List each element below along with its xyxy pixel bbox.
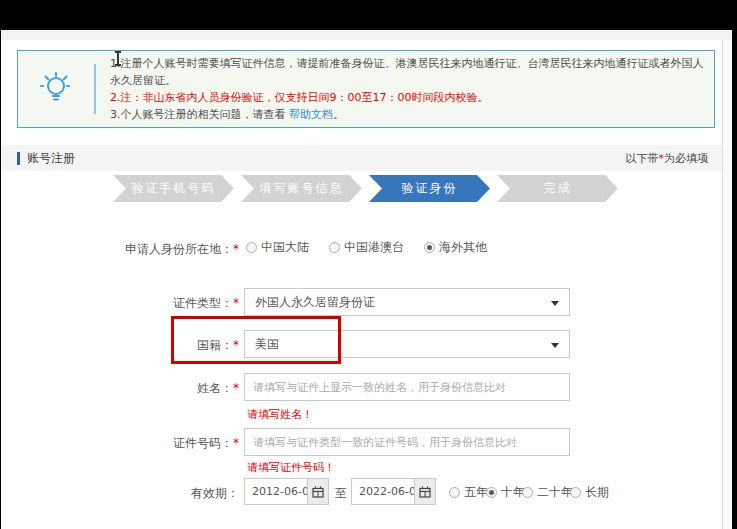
- page-title: 账号注册: [27, 150, 75, 167]
- name-required-star: *: [233, 381, 239, 395]
- radio-label: 五年: [464, 484, 488, 501]
- required-note-suffix: 为必填项: [664, 152, 708, 165]
- calendar-button[interactable]: [414, 479, 435, 504]
- notice-line-3-text: 3.个人账号注册的相关问题，请查看: [110, 108, 289, 121]
- required-note-prefix: 以下带: [626, 152, 659, 165]
- validity-end-input[interactable]: [352, 479, 414, 504]
- name-label-text: 姓名：: [197, 381, 233, 395]
- section-header: 账号注册 以下带*为必填项: [1, 145, 722, 171]
- step-verify-identity: 验证身份: [369, 175, 490, 202]
- validity-end-datebox: [351, 478, 436, 505]
- cert-no-label-text: 证件号码：: [173, 436, 233, 450]
- name-input[interactable]: [244, 373, 570, 401]
- radio-icon: [522, 487, 533, 498]
- cert-no-label: 证件号码：*: [1, 435, 239, 452]
- validity-start-datebox: [244, 478, 329, 505]
- cert-type-label-text: 证件类型：: [173, 296, 233, 310]
- dropdown-arrow-icon: [551, 301, 559, 306]
- radio-label: 长期: [585, 484, 609, 501]
- validity-label: 有效期：: [1, 485, 239, 502]
- radio-hk-macao-taiwan[interactable]: 中国港澳台: [329, 239, 404, 255]
- required-fields-note: 以下带*为必填项: [626, 151, 709, 166]
- calendar-icon: [419, 486, 431, 498]
- cert-type-label: 证件类型：*: [1, 295, 239, 312]
- cert-no-required-star: *: [233, 436, 239, 450]
- dropdown-arrow-icon: [551, 343, 559, 348]
- notice-line-3: 3.个人账号注册的相关问题，请查看 帮助文档。: [110, 106, 704, 123]
- notice-line-3-suffix: 。: [333, 108, 344, 121]
- help-doc-link[interactable]: 帮助文档: [289, 108, 333, 121]
- calendar-button[interactable]: [307, 479, 328, 504]
- top-band: [1, 30, 732, 40]
- step-wizard: 验证手机号码 填写账号信息 验证身份 完成: [113, 175, 618, 202]
- radio-selected-icon: [486, 487, 497, 498]
- cert-no-error: 请填写证件号码！: [247, 460, 335, 475]
- lightbulb-icon: [18, 69, 94, 109]
- validity-label-text: 有效期：: [191, 486, 239, 500]
- notice-line-2: 2.注：非山东省内人员身份验证，仅支持日间9：00至17：00时间段内校验。: [110, 89, 704, 106]
- notice-box: 1.注册个人账号时需要填写证件信息，请提前准备身份证、港澳居民往来内地通行证、台…: [17, 50, 715, 128]
- name-label: 姓名：*: [1, 380, 239, 397]
- cert-no-input[interactable]: [244, 428, 570, 456]
- date-range-to-label: 至: [335, 485, 347, 502]
- cert-type-required-star: *: [233, 296, 239, 310]
- radio-icon: [570, 487, 581, 498]
- screen: { "notice": { "line1": "1.注册个人账号时需要填写证件信…: [0, 0, 737, 529]
- name-error: 请填写姓名！: [247, 407, 313, 422]
- browser-viewport: 1.注册个人账号时需要填写证件信息，请提前准备身份证、港澳居民往来内地通行证、台…: [1, 30, 732, 529]
- location-required-star: *: [233, 242, 239, 256]
- calendar-icon: [312, 486, 324, 498]
- nationality-select[interactable]: 美国: [244, 330, 570, 358]
- radio-long-term[interactable]: 长期: [570, 484, 609, 500]
- notice-line-1: 1.注册个人账号时需要填写证件信息，请提前准备身份证、港澳居民往来内地通行证、台…: [110, 55, 704, 89]
- title-accent-bar: [17, 152, 20, 165]
- nationality-label: 国籍：*: [1, 337, 239, 354]
- radio-icon: [449, 487, 460, 498]
- radio-selected-icon: [424, 242, 435, 253]
- step-verify-phone: 验证手机号码: [113, 175, 234, 202]
- radio-five-years[interactable]: 五年: [449, 484, 488, 500]
- text-cursor-icon: [117, 52, 119, 65]
- vertical-scrollbar[interactable]: [722, 40, 732, 529]
- radio-label: 二十年: [537, 484, 573, 501]
- radio-ten-years[interactable]: 十年: [486, 484, 525, 500]
- radio-icon: [246, 242, 257, 253]
- radio-overseas-other[interactable]: 海外其他: [424, 239, 487, 255]
- nationality-value: 美国: [255, 337, 279, 351]
- radio-icon: [329, 242, 340, 253]
- location-label-text: 申请人身份所在地：: [125, 242, 233, 256]
- cert-type-value: 外国人永久居留身份证: [255, 295, 375, 309]
- radio-label: 中国大陆: [261, 239, 309, 256]
- radio-twenty-years[interactable]: 二十年: [522, 484, 573, 500]
- radio-label: 海外其他: [439, 239, 487, 256]
- step-account-info: 填写账号信息: [241, 175, 362, 202]
- cert-type-select[interactable]: 外国人永久居留身份证: [244, 288, 570, 316]
- radio-label: 中国港澳台: [344, 239, 404, 256]
- radio-china-mainland[interactable]: 中国大陆: [246, 239, 309, 255]
- location-label: 申请人身份所在地：*: [1, 241, 239, 258]
- step-complete: 完成: [497, 175, 618, 202]
- validity-start-input[interactable]: [245, 479, 307, 504]
- nationality-label-text: 国籍：: [197, 338, 233, 352]
- nationality-required-star: *: [233, 338, 239, 352]
